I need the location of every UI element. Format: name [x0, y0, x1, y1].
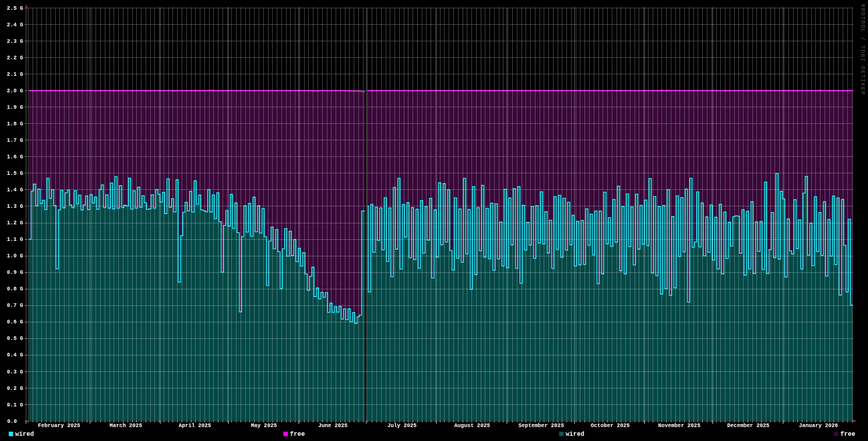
svg-text:2.4 G: 2.4 G: [7, 22, 23, 28]
svg-text:1.2 G: 1.2 G: [7, 220, 23, 226]
svg-text:1.9 G: 1.9 G: [7, 104, 23, 110]
svg-text:October 2025: October 2025: [591, 422, 630, 429]
svg-text:June 2025: June 2025: [318, 422, 348, 429]
svg-text:wired: wired: [15, 431, 34, 438]
svg-text:1.6 G: 1.6 G: [7, 154, 23, 160]
svg-text:0.8 G: 0.8 G: [7, 286, 23, 292]
svg-text:July 2025: July 2025: [387, 422, 417, 429]
svg-text:1.8 G: 1.8 G: [7, 121, 23, 127]
svg-text:2.1 G: 2.1 G: [7, 71, 23, 77]
svg-text:wired: wired: [566, 431, 585, 438]
svg-text:1.1 G: 1.1 G: [7, 236, 23, 242]
svg-text:February 2025: February 2025: [38, 422, 80, 429]
svg-text:2.0 G: 2.0 G: [7, 88, 23, 94]
svg-text:April 2025: April 2025: [179, 422, 211, 429]
svg-text:September 2025: September 2025: [518, 422, 564, 429]
svg-text:free: free: [841, 431, 856, 438]
svg-text:1.4 G: 1.4 G: [7, 187, 23, 193]
svg-text:1.0 G: 1.0 G: [7, 253, 23, 259]
svg-text:1.7 G: 1.7 G: [7, 137, 23, 143]
svg-text:0.7 G: 0.7 G: [7, 302, 23, 308]
svg-text:0.1 G: 0.1 G: [7, 402, 23, 408]
svg-text:free: free: [290, 431, 305, 438]
svg-text:November 2025: November 2025: [658, 422, 701, 429]
svg-text:1.3 G: 1.3 G: [7, 203, 23, 209]
svg-text:March 2025: March 2025: [109, 422, 142, 429]
svg-text:2.2 G: 2.2 G: [7, 55, 23, 61]
svg-text:2.3 G: 2.3 G: [7, 38, 23, 44]
svg-text:0.4 G: 0.4 G: [7, 352, 23, 358]
svg-text:August 2025: August 2025: [454, 422, 490, 429]
svg-text:1.5 G: 1.5 G: [7, 170, 23, 176]
svg-text:2.5 G: 2.5 G: [7, 5, 23, 11]
svg-text:RRDTOOL / TOBI OETIKER: RRDTOOL / TOBI OETIKER: [860, 4, 866, 95]
svg-text:0.5 G: 0.5 G: [7, 335, 23, 341]
svg-text:0.0: 0.0: [7, 418, 17, 424]
svg-text:0.6 G: 0.6 G: [7, 319, 23, 325]
svg-text:January 2026: January 2026: [799, 422, 838, 429]
svg-text:May 2025: May 2025: [251, 422, 277, 429]
svg-text:0.9 G: 0.9 G: [7, 269, 23, 275]
svg-text:December 2025: December 2025: [727, 422, 769, 429]
svg-text:0.3 G: 0.3 G: [7, 369, 23, 375]
svg-text:0.2 G: 0.2 G: [7, 385, 23, 391]
